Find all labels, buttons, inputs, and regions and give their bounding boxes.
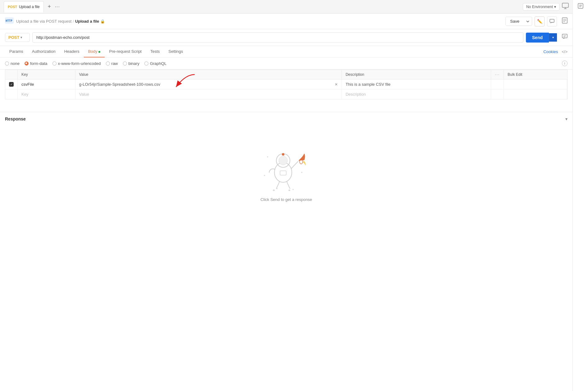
- key-cell[interactable]: csvFile: [18, 80, 75, 89]
- active-tab[interactable]: POST Upload a file: [4, 1, 44, 12]
- svg-text:HTTP: HTTP: [6, 19, 12, 22]
- empty-table-row: Key Value Description: [5, 89, 567, 99]
- raw-radio: [106, 61, 110, 66]
- tab-authorization[interactable]: Authorization: [28, 46, 60, 57]
- row-checkbox[interactable]: [9, 82, 14, 87]
- tab-bar: POST Upload a file + ··· No Environment …: [0, 0, 572, 14]
- svg-point-22: [292, 189, 294, 190]
- right-sidebar: [572, 0, 588, 391]
- send-dropdown-button[interactable]: ▾: [549, 33, 557, 42]
- lock-icon: 🔒: [100, 19, 105, 24]
- astronaut-illustration: [258, 138, 314, 191]
- form-data-table-container: Key Value Description ··· Bulk Edit: [5, 70, 568, 99]
- form-table: Key Value Description ··· Bulk Edit: [5, 70, 567, 99]
- svg-point-25: [264, 175, 265, 176]
- tab-more-button[interactable]: ···: [55, 4, 60, 10]
- save-button[interactable]: Save: [505, 17, 532, 26]
- svg-point-19: [273, 189, 275, 191]
- bulk-edit-button[interactable]: Bulk Edit: [508, 72, 522, 77]
- empty-value-cell[interactable]: Value: [75, 89, 341, 99]
- info-icon[interactable]: i: [562, 61, 568, 66]
- sidebar-doc-icon[interactable]: [562, 17, 568, 25]
- tab-bar-right: No Environment ▾: [523, 3, 569, 11]
- response-chevron-icon: ▾: [565, 116, 568, 121]
- svg-point-14: [274, 162, 292, 182]
- url-input[interactable]: [32, 32, 523, 43]
- empty-more-cell: [491, 89, 504, 99]
- svg-point-23: [267, 156, 268, 157]
- save-main-button[interactable]: Save: [506, 17, 524, 25]
- tab-settings[interactable]: Settings: [164, 46, 188, 57]
- breadcrumb: Upload a file via POST request / Upload …: [16, 19, 503, 24]
- response-section: Response ▾: [0, 112, 572, 221]
- more-options-icon[interactable]: ···: [495, 72, 500, 77]
- environment-selector[interactable]: No Environment ▾: [523, 3, 559, 11]
- binary-radio: [123, 61, 127, 66]
- none-label: none: [11, 61, 20, 66]
- file-value: g-LOr54jr/Sample-Spreadsheet-100-rows.cs…: [79, 82, 333, 87]
- edit-icon-button[interactable]: ✏️: [535, 16, 545, 26]
- empty-desc-cell[interactable]: Description: [342, 89, 491, 99]
- body-type-form-data[interactable]: form-data: [25, 61, 47, 66]
- breadcrumb-separator: /: [73, 19, 74, 24]
- body-type-binary[interactable]: binary: [123, 61, 139, 66]
- graphql-label: GraphQL: [150, 61, 166, 66]
- method-selector[interactable]: POST ▾: [5, 33, 30, 42]
- response-header[interactable]: Response ▾: [5, 112, 568, 126]
- description-cell[interactable]: This is a sample CSV file: [342, 80, 491, 89]
- request-tabs: Params Authorization Headers Body Pre-re…: [0, 46, 572, 57]
- send-main-button[interactable]: Send: [526, 33, 549, 43]
- method-chevron-icon: ▾: [20, 36, 22, 39]
- save-dropdown-button[interactable]: [524, 18, 532, 25]
- send-button[interactable]: Send ▾: [526, 33, 557, 43]
- body-type-none[interactable]: none: [5, 61, 20, 66]
- body-type-raw[interactable]: raw: [106, 61, 118, 66]
- form-data-radio: [25, 61, 29, 66]
- remove-file-button[interactable]: ✕: [335, 82, 338, 87]
- binary-label: binary: [129, 61, 139, 66]
- col-value-header: Value: [75, 70, 341, 80]
- tab-pre-request-script[interactable]: Pre-request Script: [105, 46, 146, 57]
- response-title: Response: [5, 116, 565, 121]
- empty-state-text: Click Send to get a response: [260, 197, 312, 202]
- monitor-icon[interactable]: [562, 3, 569, 11]
- body-type-bar: none form-data x-www-form-urlencoded raw…: [0, 57, 572, 70]
- breadcrumb-parent[interactable]: Upload a file via POST request: [16, 19, 71, 24]
- tab-params[interactable]: Params: [5, 46, 28, 57]
- col-description-header: Description: [342, 70, 491, 80]
- svg-rect-10: [562, 34, 567, 38]
- red-arrow-annotation: [167, 73, 204, 92]
- table-row: csvFile g-LOr54jr/Sample-Spreadsheet-100…: [5, 80, 567, 89]
- chat-icon[interactable]: [562, 34, 568, 41]
- none-radio: [5, 61, 9, 66]
- form-data-label: form-data: [30, 61, 47, 66]
- tab-headers[interactable]: Headers: [60, 46, 84, 57]
- empty-key-cell[interactable]: Key: [18, 89, 75, 99]
- tab-body[interactable]: Body: [84, 46, 105, 57]
- value-cell: g-LOr54jr/Sample-Spreadsheet-100-rows.cs…: [75, 80, 341, 89]
- body-type-graphql[interactable]: GraphQL: [144, 61, 166, 66]
- response-empty-state: Click Send to get a response: [5, 126, 568, 221]
- body-type-urlencoded[interactable]: x-www-form-urlencoded: [52, 61, 101, 66]
- breadcrumb-current: Upload a file: [75, 19, 99, 24]
- svg-point-24: [301, 172, 302, 173]
- comment-icon-button[interactable]: [547, 16, 557, 26]
- urlencoded-label: x-www-form-urlencoded: [58, 61, 101, 66]
- body-dot: [98, 51, 100, 53]
- new-tab-button[interactable]: +: [45, 2, 54, 11]
- svg-point-16: [279, 156, 287, 165]
- code-icon[interactable]: </>: [562, 49, 568, 54]
- svg-point-21: [288, 189, 290, 191]
- method-label: POST: [8, 35, 19, 40]
- sidebar-icon-1[interactable]: [578, 3, 583, 10]
- row-more-cell: [491, 80, 504, 89]
- tab-tests[interactable]: Tests: [146, 46, 164, 57]
- col-more-header: ···: [491, 70, 504, 80]
- http-icon: HTTP: [5, 17, 14, 25]
- cookies-link[interactable]: Cookies: [543, 49, 558, 54]
- col-bulk-edit-header[interactable]: Bulk Edit: [504, 70, 567, 80]
- urlencoded-radio: [52, 61, 57, 66]
- empty-extra-cell: [504, 89, 567, 99]
- url-bar: POST ▾ Send ▾: [0, 29, 572, 46]
- tab-title: Upload a file: [19, 5, 40, 9]
